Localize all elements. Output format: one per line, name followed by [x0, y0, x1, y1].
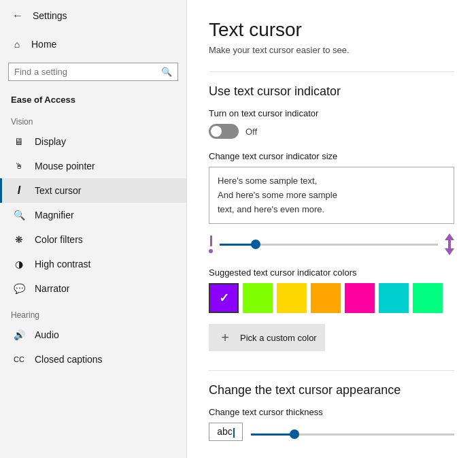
colors-label: Suggested text cursor indicator colors [209, 267, 454, 278]
toggle-knob [211, 126, 222, 137]
color-filters-icon: ❋ [13, 233, 25, 246]
settings-title: Settings [33, 10, 67, 21]
search-input[interactable] [14, 67, 157, 77]
size-slider[interactable] [220, 244, 438, 246]
indicator-section-heading: Use text cursor indicator [209, 84, 454, 99]
high-contrast-icon: ◑ [13, 258, 25, 270]
cursor-large-top [445, 233, 454, 240]
sidebar-item-home[interactable]: ⌂ Home [0, 31, 186, 57]
custom-color-label: Pick a custom color [240, 333, 317, 343]
closed-captions-icon: CC [13, 353, 25, 365]
cursor-small-icon [209, 235, 213, 253]
toggle-row: Off [209, 124, 454, 139]
color-swatch-purple[interactable]: ✓ [209, 283, 239, 313]
color-swatch-orange[interactable] [311, 283, 341, 313]
sample-line-2: And here's some more sample [218, 189, 445, 203]
sidebar-item-high-contrast[interactable]: ◑ High contrast [0, 252, 186, 276]
sample-line-1: Here's some sample text, [218, 174, 445, 189]
text-cursor-icon: I [13, 184, 25, 197]
cursor-large-icon [445, 233, 454, 255]
thickness-label: Change text cursor thickness [209, 407, 454, 417]
audio-icon: 🔊 [13, 329, 25, 341]
ease-of-access-label: Ease of Access [0, 86, 186, 108]
display-label: Display [35, 136, 66, 147]
thickness-slider[interactable] [251, 434, 454, 436]
hearing-section-title: Hearing [0, 301, 186, 323]
color-swatches: ✓ [209, 283, 454, 313]
audio-label: Audio [35, 329, 59, 340]
sidebar-item-display[interactable]: 🖥 Display [0, 129, 186, 154]
abc-cursor [233, 428, 235, 438]
plus-icon: + [217, 329, 233, 346]
size-slider-row [209, 233, 454, 255]
size-slider-container[interactable] [220, 234, 438, 255]
color-swatch-lime[interactable] [413, 283, 443, 313]
cursor-indicator-small-dot [209, 249, 213, 253]
home-label: Home [31, 39, 56, 50]
sidebar-item-closed-captions[interactable]: CC Closed captions [0, 347, 186, 372]
abc-preview-box: abc [209, 423, 243, 440]
mouse-pointer-icon: 🖱 [13, 160, 25, 172]
display-icon: 🖥 [13, 135, 25, 148]
color-swatch-green[interactable] [243, 283, 273, 313]
size-label: Change text cursor indicator size [209, 151, 454, 161]
magnifier-icon: 🔍 [13, 209, 25, 221]
narrator-label: Narrator [35, 283, 69, 294]
toggle-label: Turn on text cursor indicator [209, 108, 454, 118]
color-swatch-pink[interactable] [345, 283, 375, 313]
sidebar-item-text-cursor[interactable]: I Text cursor [0, 178, 186, 203]
search-box[interactable]: 🔍 [8, 63, 178, 81]
color-swatch-gold[interactable] [277, 283, 307, 313]
sample-line-3: text, and here's even more. [218, 203, 445, 217]
sidebar-item-narrator[interactable]: 💬 Narrator [0, 276, 186, 301]
cursor-large-bottom [445, 248, 454, 255]
mouse-pointer-label: Mouse pointer [35, 161, 95, 171]
color-filters-label: Color filters [35, 234, 83, 245]
abc-text: abc [217, 426, 233, 437]
divider-2 [209, 370, 454, 371]
page-title: Text cursor [209, 19, 454, 41]
search-icon: 🔍 [161, 67, 172, 77]
toggle-switch[interactable] [209, 124, 239, 139]
custom-color-button[interactable]: + Pick a custom color [209, 324, 325, 351]
color-swatch-cyan[interactable] [379, 283, 409, 313]
sidebar-item-audio[interactable]: 🔊 Audio [0, 323, 186, 347]
toggle-state-text: Off [245, 127, 257, 137]
closed-captions-label: Closed captions [35, 354, 103, 365]
magnifier-label: Magnifier [35, 210, 74, 220]
thickness-row: abc [209, 423, 454, 440]
home-icon: ⌂ [11, 38, 23, 50]
page-subtitle: Make your text cursor easier to see. [209, 45, 454, 55]
divider-1 [209, 71, 454, 72]
sample-text-box: Here's some sample text, And here's some… [209, 167, 454, 224]
narrator-icon: 💬 [13, 282, 25, 295]
check-mark-purple: ✓ [219, 291, 229, 306]
text-cursor-label: Text cursor [35, 185, 81, 196]
sidebar: ← Settings ⌂ Home 🔍 Ease of Access Visio… [0, 0, 187, 458]
back-button[interactable]: ← [10, 7, 26, 24]
sidebar-item-magnifier[interactable]: 🔍 Magnifier [0, 203, 186, 227]
sidebar-item-color-filters[interactable]: ❋ Color filters [0, 227, 186, 252]
sidebar-item-mouse-pointer[interactable]: 🖱 Mouse pointer [0, 154, 186, 178]
main-content: Text cursor Make your text cursor easier… [187, 0, 476, 458]
appearance-section-heading: Change the text cursor appearance [209, 383, 454, 397]
cursor-large-bar [448, 240, 451, 248]
cursor-indicator-small-bar [210, 235, 212, 246]
sidebar-header: ← Settings [0, 0, 186, 31]
vision-section-title: Vision [0, 108, 186, 129]
high-contrast-label: High contrast [35, 259, 90, 269]
thickness-slider-container[interactable] [251, 427, 454, 438]
